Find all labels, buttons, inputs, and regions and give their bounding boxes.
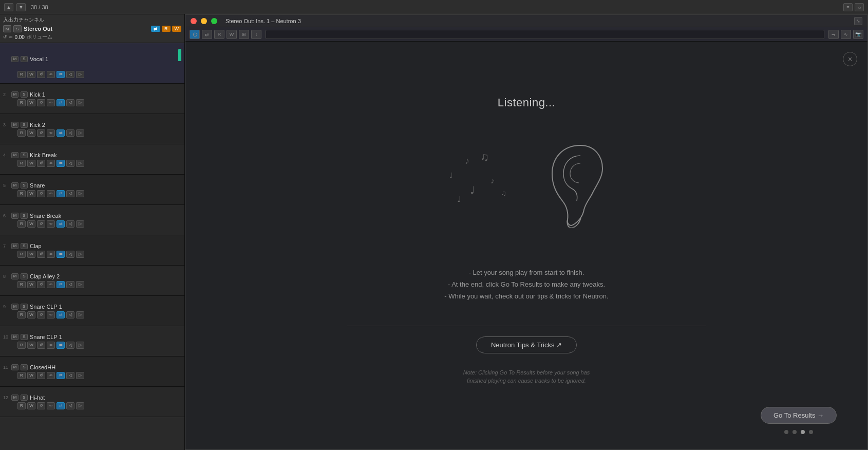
plugin-window: Stereo Out: Ins. 1 – Neutron 3 ⤡ ⏻ ⇄ R W… bbox=[185, 14, 868, 450]
plugin-resize-btn[interactable]: ⤡ bbox=[854, 17, 862, 25]
track-m-btn[interactable]: M bbox=[11, 91, 18, 98]
ctrl-link[interactable]: ∞ bbox=[47, 71, 55, 78]
plugin-compare-btn[interactable]: ⇄ bbox=[202, 30, 212, 39]
track-s-btn[interactable]: S bbox=[21, 56, 28, 62]
io-volume-val: 0.00 bbox=[14, 34, 24, 40]
ctrl-link[interactable]: ∞ bbox=[47, 99, 55, 106]
plugin-arrow-btn[interactable]: ⇁ bbox=[828, 30, 839, 39]
pagination-dot-3[interactable] bbox=[801, 430, 805, 434]
track-s-btn[interactable]: S bbox=[21, 91, 28, 98]
pagination-dot-2[interactable] bbox=[792, 430, 797, 434]
plugin-w-btn[interactable]: W bbox=[227, 30, 237, 39]
track-name: Clap bbox=[30, 243, 42, 249]
plugin-wave-btn[interactable]: ∿ bbox=[841, 30, 851, 39]
plugin-toolbar: ⏻ ⇄ R W ⊞ ↕ ⇁ ∿ 📷 bbox=[185, 27, 867, 42]
ctrl-send[interactable]: ⇄ bbox=[56, 99, 65, 106]
pagination-dot-1[interactable] bbox=[784, 430, 788, 434]
plugin-r-btn[interactable]: R bbox=[214, 30, 224, 39]
listening-text: Listening... bbox=[498, 96, 555, 109]
track-num: 5 bbox=[3, 183, 9, 188]
ear-illustration: ♪ ♫ ♩ ♪ ♩ ♫ ♩ bbox=[439, 140, 614, 243]
go-to-results-btn[interactable]: Go To Results → bbox=[761, 407, 837, 424]
ctrl-w[interactable]: W bbox=[27, 71, 35, 78]
io-m-btn[interactable]: M bbox=[3, 25, 11, 32]
search-icon[interactable]: ⌕ bbox=[855, 3, 864, 11]
track-num: 9 bbox=[3, 304, 9, 309]
plugin-close-x-btn[interactable]: × bbox=[843, 52, 857, 66]
track-s-btn[interactable]: S bbox=[21, 122, 28, 128]
track-row: 7 M S Clap R W ↺ ∞ ⇄ ◁ ▷ bbox=[0, 235, 184, 266]
track-num: 7 bbox=[3, 243, 9, 249]
track-num: 3 bbox=[3, 122, 9, 127]
bottom-area: Go To Results → bbox=[761, 407, 837, 434]
track-num: 11 bbox=[3, 365, 9, 370]
io-write-btn[interactable]: W bbox=[172, 26, 182, 32]
ctrl-r[interactable]: R bbox=[17, 99, 26, 106]
track-name: Kick 2 bbox=[30, 122, 45, 128]
io-read-btn[interactable]: R bbox=[162, 26, 171, 32]
io-lr-btn[interactable]: ⇄ bbox=[151, 26, 160, 32]
track-list: M S Vocal 1 R W ↺ ∞ ⇄ ◁ ▷ 2 bbox=[0, 43, 184, 450]
instruction-line-1: - Let your song play from start to finis… bbox=[444, 269, 608, 276]
ctrl-solo[interactable]: ◁ bbox=[66, 99, 74, 106]
track-num: 2 bbox=[3, 92, 9, 97]
instruction-line-2: - At the end, click Go To Results to mak… bbox=[444, 280, 608, 288]
track-name: ClosedHH bbox=[30, 364, 55, 370]
io-label: 入出力チャンネル bbox=[3, 16, 181, 24]
track-row: 9 M S Snare CLP 1 R W ↺ ∞ ⇄ ◁ ▷ bbox=[0, 296, 184, 326]
track-row: 4 M S Kick Break R W ↺ ∞ ⇄ ◁ ▷ bbox=[0, 144, 184, 175]
track-row: M S Vocal 1 R W ↺ ∞ ⇄ ◁ ▷ bbox=[0, 43, 184, 84]
track-row: 12 M S Hi-hat R W ↺ ∞ ⇄ ◁ ▷ bbox=[0, 387, 184, 417]
track-num: 12 bbox=[3, 395, 9, 400]
plugin-expand-btn[interactable]: ↕ bbox=[251, 30, 261, 39]
io-name: Stereo Out bbox=[24, 26, 52, 32]
track-name: Clap Alley 2 bbox=[30, 273, 60, 279]
track-row: 5 M S Snare R W ↺ ∞ ⇄ ◁ ▷ bbox=[0, 175, 184, 205]
track-name: Kick Break bbox=[30, 152, 57, 158]
separator bbox=[347, 326, 706, 326]
track-name: Kick 1 bbox=[30, 91, 45, 98]
ctrl-mute[interactable]: ▷ bbox=[76, 99, 84, 106]
maximize-window-btn[interactable] bbox=[211, 18, 217, 24]
tips-tricks-btn[interactable]: Neutron Tips & Tricks ↗ bbox=[476, 336, 577, 353]
list-icon[interactable]: ≡ bbox=[843, 3, 853, 11]
ctrl-send[interactable]: ⇄ bbox=[56, 71, 65, 78]
plugin-grid-btn[interactable]: ⊞ bbox=[239, 30, 249, 39]
io-channel: 入出力チャンネル M S Stereo Out ⇄ R W ↺ ∞ 0.00 ボ… bbox=[0, 14, 184, 43]
track-name: Snare CLP 1 bbox=[30, 304, 62, 310]
ctrl-loop[interactable]: ↺ bbox=[37, 99, 45, 106]
instructions: - Let your song play from start to finis… bbox=[444, 269, 608, 300]
ear-svg bbox=[547, 140, 614, 228]
track-num: 10 bbox=[3, 334, 9, 340]
right-panel: ▼ 1 3 5 7 9 11 13 15 17 19 21 23 25 27 2… bbox=[185, 14, 868, 450]
ctrl-r[interactable]: R bbox=[17, 71, 26, 78]
plugin-power-btn[interactable]: ⏻ bbox=[190, 30, 200, 39]
top-bar: ▲ ▼ 38 / 38 ≡ ⌕ bbox=[0, 0, 868, 14]
pagination-dot-4[interactable] bbox=[809, 430, 813, 434]
track-row: 3 M S Kick 2 R W ↺ ∞ ⇄ ◁ ▷ bbox=[0, 114, 184, 144]
ctrl-loop[interactable]: ↺ bbox=[37, 71, 45, 78]
ctrl-solo[interactable]: ◁ bbox=[66, 71, 74, 78]
track-name: Snare bbox=[30, 182, 45, 189]
track-row: 2 M S Kick 1 R W ↺ ∞ ⇄ ◁ ▷ bbox=[0, 84, 184, 114]
close-window-btn[interactable] bbox=[191, 18, 197, 24]
track-m-btn[interactable]: M bbox=[11, 122, 18, 128]
main-layout: 入出力チャンネル M S Stereo Out ⇄ R W ↺ ∞ 0.00 ボ… bbox=[0, 14, 868, 450]
up-btn[interactable]: ▲ bbox=[4, 3, 13, 11]
minimize-window-btn[interactable] bbox=[201, 18, 207, 24]
track-name: Vocal 1 bbox=[30, 56, 48, 62]
track-m-btn[interactable]: M bbox=[11, 56, 18, 62]
plugin-titlebar: Stereo Out: Ins. 1 – Neutron 3 ⤡ bbox=[185, 15, 867, 27]
ctrl-mute[interactable]: ▷ bbox=[76, 71, 84, 78]
io-reset-icon: ↺ bbox=[3, 34, 7, 40]
track-counter: 38 / 38 bbox=[31, 4, 48, 10]
track-num: 6 bbox=[3, 213, 9, 218]
plugin-camera-btn[interactable]: 📷 bbox=[853, 30, 863, 39]
io-s-btn[interactable]: S bbox=[13, 25, 22, 32]
track-row: 8 M S Clap Alley 2 R W ↺ ∞ ⇄ ◁ ▷ bbox=[0, 266, 184, 296]
pagination-dots bbox=[784, 430, 813, 434]
instruction-line-3: - While you wait, check out our tips & t… bbox=[444, 292, 608, 300]
ctrl-w[interactable]: W bbox=[27, 99, 35, 106]
down-btn[interactable]: ▼ bbox=[16, 3, 26, 11]
plugin-preset-area[interactable] bbox=[266, 30, 824, 39]
